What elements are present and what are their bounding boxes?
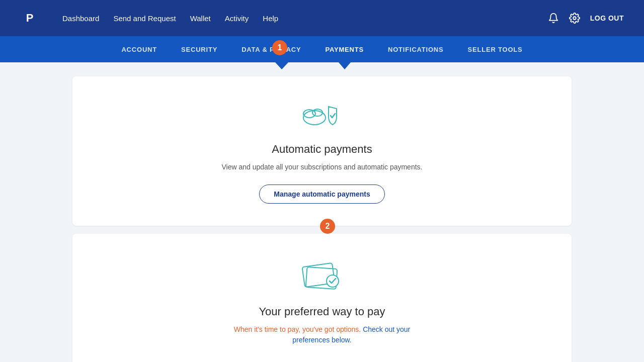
settings-icon[interactable] bbox=[569, 13, 580, 24]
nav-links: Dashboard Send and Request Wallet Activi… bbox=[55, 9, 548, 28]
subnav-account[interactable]: ACCOUNT bbox=[109, 36, 169, 62]
preferred-payment-desc: When it's time to pay, you've got option… bbox=[216, 324, 428, 345]
svg-text:P: P bbox=[26, 12, 34, 24]
automatic-payments-desc: View and update all your subscriptions a… bbox=[222, 162, 423, 172]
annotation-2: 2 bbox=[320, 219, 335, 234]
subnav-seller-tools[interactable]: SELLER TOOLS bbox=[456, 36, 535, 62]
nav-wallet[interactable]: Wallet bbox=[183, 9, 218, 28]
svg-point-5 bbox=[312, 109, 323, 116]
nav-right: LOG OUT bbox=[548, 13, 624, 24]
main-content: Automatic payments View and update all y… bbox=[0, 62, 644, 362]
preferred-payment-desc-orange: When it's time to pay, you've got option… bbox=[234, 325, 363, 333]
sub-nav: ACCOUNT SECURITY DATA & PRIVACY PAYMENTS… bbox=[0, 36, 644, 62]
automatic-payments-title: Automatic payments bbox=[272, 143, 372, 156]
preferred-payment-title: Your preferred way to pay bbox=[259, 305, 385, 318]
preferred-payment-icon bbox=[299, 254, 345, 296]
subnav-security[interactable]: SECURITY bbox=[169, 36, 229, 62]
top-nav: P Dashboard Send and Request Wallet Acti… bbox=[0, 0, 644, 36]
logout-button[interactable]: LOG OUT bbox=[590, 14, 624, 22]
svg-point-2 bbox=[573, 17, 576, 20]
nav-send-request[interactable]: Send and Request bbox=[106, 9, 183, 28]
manage-automatic-payments-button[interactable]: Manage automatic payments bbox=[259, 185, 384, 204]
automatic-payments-card: Automatic payments View and update all y… bbox=[72, 76, 572, 226]
automatic-payments-icon bbox=[299, 97, 345, 134]
preferred-payment-card: Your preferred way to pay When it's time… bbox=[72, 234, 572, 362]
subnav-notifications[interactable]: NOTIFICATIONS bbox=[376, 36, 456, 62]
notifications-icon[interactable] bbox=[548, 13, 559, 24]
nav-dashboard[interactable]: Dashboard bbox=[55, 9, 106, 28]
nav-help[interactable]: Help bbox=[256, 9, 285, 28]
subnav-payments[interactable]: PAYMENTS bbox=[313, 36, 376, 62]
paypal-logo[interactable]: P bbox=[20, 9, 39, 28]
subnav-data-privacy[interactable]: DATA & PRIVACY bbox=[229, 36, 313, 62]
nav-activity[interactable]: Activity bbox=[218, 9, 256, 28]
